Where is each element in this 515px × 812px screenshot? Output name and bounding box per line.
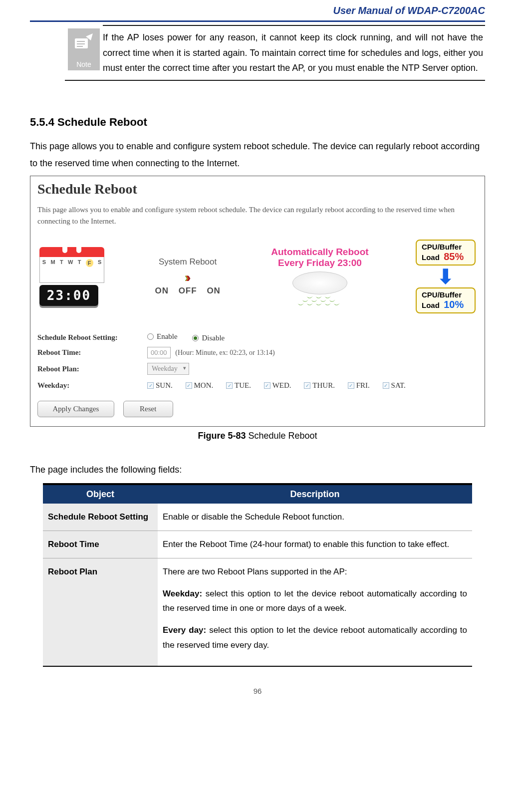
doc-header: User Manual of WDAP-C7200AC: [30, 0, 485, 22]
setting-label: Schedule Reboot Setting:: [37, 333, 147, 342]
cal-day: S: [42, 259, 46, 265]
reboot-time-input[interactable]: 00:00: [147, 347, 171, 358]
note-box: Note If the AP loses power for any reaso…: [65, 25, 485, 81]
reboot-plan-label: Reboot Plan:: [37, 365, 147, 373]
radio-enable[interactable]: Enable: [147, 332, 178, 341]
screenshot-title: Schedule Reboot: [37, 181, 478, 197]
table-row-desc: Enable or disable the Schedule Reboot fu…: [158, 504, 472, 531]
section-heading: 5.5.4 Schedule Reboot: [30, 116, 485, 129]
weekday-tue[interactable]: ✓TUE.: [226, 381, 251, 390]
th-object: Object: [43, 484, 158, 504]
cal-day: W: [68, 259, 73, 265]
weekday-thu[interactable]: ✓THUR.: [304, 381, 335, 390]
weekday-sat[interactable]: ✓SAT.: [383, 381, 406, 390]
weekday-checkboxes: ✓SUN. ✓MON. ✓TUE. ✓WED. ✓THUR. ✓FRI. ✓SA…: [147, 381, 417, 390]
screenshot-desc: This page allows you to enable and confi…: [37, 204, 478, 227]
reset-button[interactable]: Reset: [123, 401, 173, 417]
ap-disc-icon: [292, 271, 347, 294]
table-row-obj: Schedule Reboot Setting: [43, 504, 158, 531]
cal-day: M: [50, 259, 55, 265]
cal-day: T: [60, 259, 63, 265]
wifi-waves-icon: ︶︶︶︶︶︶︶︶︶︶︶︶: [271, 296, 368, 307]
th-description: Description: [158, 484, 472, 504]
section-intro: This page allows you to enable and confi…: [30, 138, 485, 172]
system-reboot-graphic: System Reboot ›› ›› ›› › ON OFF ON: [151, 257, 224, 296]
embedded-screenshot: Schedule Reboot This page allows you to …: [30, 176, 485, 427]
figure-caption: Figure 5-83 Schedule Reboot: [30, 431, 485, 441]
calendar-graphic: S M T W T F S 23:00: [39, 247, 104, 306]
diagram: S M T W T F S 23:00 System Reboot ›› ›› …: [37, 231, 478, 326]
cpu-high: CPU/Buffer Load 85%: [416, 240, 476, 266]
fields-table: Object Description Schedule Reboot Setti…: [43, 483, 472, 666]
chevron-row: ›› ›› ›› ›: [151, 271, 224, 284]
table-row-desc: Enter the Reboot Time (24-hour format) t…: [158, 531, 472, 558]
ap-center-graphic: Automatically Reboot Every Friday 23:00 …: [271, 247, 368, 307]
note-label: Note: [76, 60, 91, 68]
weekday-sun[interactable]: ✓SUN.: [147, 381, 173, 390]
reboot-time-hint: (Hour: Minute, ex: 02:23, or 13:14): [175, 349, 274, 356]
pink-callout: Automatically Reboot Every Friday 23:00: [271, 247, 368, 269]
system-reboot-label: System Reboot: [151, 257, 224, 267]
weekday-label: Weekday:: [37, 381, 147, 390]
cpu-load-graphic: CPU/Buffer Load 85% ⬇ CPU/Buffer Load 10…: [416, 240, 476, 313]
weekday-mon[interactable]: ✓MON.: [186, 381, 214, 390]
on-off-on: ON OFF ON: [151, 286, 224, 296]
cal-day: S: [98, 259, 101, 265]
weekday-fri[interactable]: ✓FRI.: [348, 381, 370, 390]
clock-digits: 23:00: [39, 285, 98, 306]
reboot-time-label: Reboot Time:: [37, 348, 147, 357]
cpu-low: CPU/Buffer Load 10%: [416, 287, 476, 313]
table-row-obj: Reboot Plan: [43, 558, 158, 666]
fields-intro: The page includes the following fields:: [30, 461, 485, 478]
radio-disable[interactable]: Disable: [192, 334, 225, 342]
settings-form: Schedule Reboot Setting: Enable Disable …: [37, 332, 478, 417]
table-row-obj: Reboot Time: [43, 531, 158, 558]
apply-changes-button[interactable]: Apply Changes: [37, 401, 114, 417]
reboot-plan-select[interactable]: Weekday: [147, 363, 189, 375]
weekday-wed[interactable]: ✓WED.: [264, 381, 291, 390]
down-arrow-icon: ⬇: [437, 267, 454, 286]
table-row-desc: There are two Reboot Plans supported in …: [158, 558, 472, 666]
page-number: 96: [30, 687, 485, 695]
note-icon: Note: [68, 28, 100, 70]
note-text: If the AP loses power for any reason, it…: [103, 25, 485, 80]
cal-day: F: [86, 259, 93, 267]
cal-day: T: [78, 259, 81, 265]
